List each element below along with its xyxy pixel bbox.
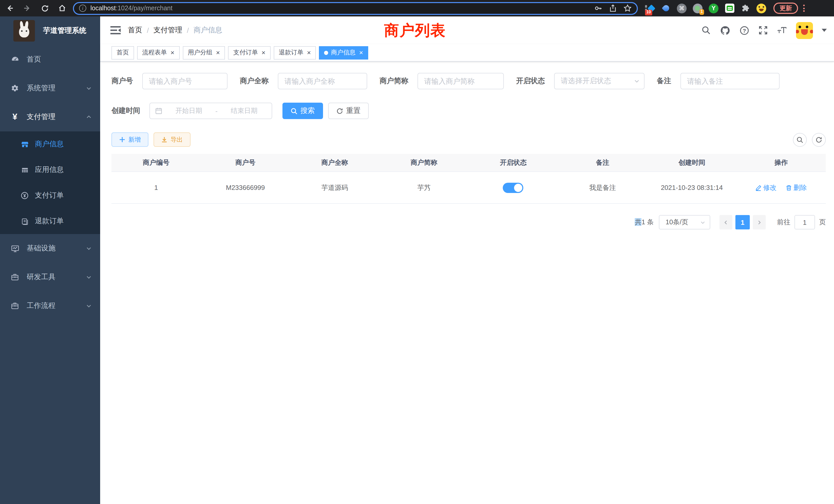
merchant-no-input[interactable] bbox=[142, 73, 227, 89]
edit-link[interactable]: 修改 bbox=[755, 183, 776, 192]
reset-button[interactable]: 重置 bbox=[328, 102, 369, 119]
sidebar-item-label: 支付订单 bbox=[35, 191, 92, 200]
chevron-up-icon bbox=[86, 114, 92, 120]
page-size-select[interactable]: 10条/页 bbox=[659, 215, 710, 229]
tab-merchant-info[interactable]: 商户信息× bbox=[319, 46, 368, 59]
search-icon bbox=[796, 136, 803, 143]
goto-page-input[interactable] bbox=[794, 215, 815, 229]
prev-page-button[interactable] bbox=[720, 215, 732, 229]
remark-input[interactable] bbox=[680, 73, 780, 89]
payment-submenu: 商户信息 应用信息 支付订单 bbox=[0, 131, 100, 234]
download-icon bbox=[161, 137, 168, 143]
briefcase-icon bbox=[10, 301, 20, 311]
hamburger-icon[interactable] bbox=[110, 26, 121, 35]
browser-forward-icon[interactable] bbox=[23, 4, 32, 13]
short-name-input[interactable] bbox=[418, 73, 504, 89]
next-page-button[interactable] bbox=[753, 215, 766, 229]
sidebar-item-dev-tools[interactable]: 研发工具 bbox=[0, 263, 100, 292]
full-name-input[interactable] bbox=[278, 73, 367, 89]
yen-circle-icon bbox=[21, 191, 29, 200]
pagination-total: 共1 条 bbox=[635, 217, 654, 227]
bookmark-star-icon[interactable] bbox=[623, 4, 632, 12]
sidebar-item-workflow[interactable]: 工作流程 bbox=[0, 292, 100, 320]
search-button[interactable]: 搜索 bbox=[282, 102, 323, 119]
export-button[interactable]: 导出 bbox=[154, 132, 191, 147]
goto-suffix: 页 bbox=[819, 217, 826, 227]
close-icon[interactable]: × bbox=[216, 49, 220, 56]
sidebar-item-app-info[interactable]: 应用信息 bbox=[0, 157, 100, 183]
delete-link[interactable]: 删除 bbox=[786, 183, 807, 192]
extension-pin-icon[interactable] bbox=[661, 3, 671, 13]
app-title: 芋道管理系统 bbox=[43, 26, 86, 36]
header-search-icon[interactable] bbox=[701, 25, 711, 36]
close-icon[interactable]: × bbox=[307, 49, 311, 56]
close-icon[interactable]: × bbox=[261, 49, 265, 56]
browser-back-icon[interactable] bbox=[5, 4, 14, 13]
browser-menu-icon[interactable] bbox=[803, 5, 805, 12]
chevron-right-icon bbox=[756, 220, 762, 225]
chevron-down-icon bbox=[86, 303, 92, 309]
close-icon[interactable]: × bbox=[359, 49, 363, 56]
sidebar-logo[interactable]: 芋道管理系统 bbox=[0, 17, 100, 45]
tab-pay-order[interactable]: 支付订单× bbox=[228, 46, 270, 59]
cell-create-time: 2021-10-23 08:31:14 bbox=[647, 172, 737, 203]
extension-y-icon[interactable]: Y bbox=[709, 3, 719, 13]
tab-refund-order[interactable]: 退款订单× bbox=[274, 46, 316, 59]
user-avatar[interactable] bbox=[796, 22, 813, 39]
fullscreen-icon[interactable] bbox=[758, 25, 768, 36]
sidebar-item-payment[interactable]: ¥ 支付管理 bbox=[0, 102, 100, 131]
search-icon bbox=[291, 108, 297, 114]
status-select[interactable]: 请选择开启状态 bbox=[554, 73, 644, 89]
show-search-toggle-button[interactable] bbox=[793, 133, 807, 146]
address-bar[interactable]: i localhost:1024/pay/merchant bbox=[73, 2, 638, 15]
create-time-range-picker[interactable]: 开始日期 - 结束日期 bbox=[150, 102, 272, 119]
help-icon[interactable]: ? bbox=[739, 25, 749, 36]
merchant-no-label: 商户号 bbox=[111, 76, 133, 86]
table-header-row: 商户编号 商户号 商户全称 商户简称 开启状态 备注 创建时间 操作 bbox=[111, 154, 826, 172]
status-toggle[interactable] bbox=[503, 182, 524, 193]
date-separator: - bbox=[215, 107, 218, 115]
gear-icon bbox=[10, 84, 20, 93]
breadcrumb-home[interactable]: 首页 bbox=[128, 26, 142, 35]
sidebar-item-home[interactable]: 首页 bbox=[0, 45, 100, 74]
breadcrumb: 首页 / 支付管理 / 商户信息 bbox=[128, 26, 222, 35]
extension-status-icon[interactable]: 1 bbox=[693, 3, 703, 13]
page-content: 商户号 商户全称 商户简称 开启状态 请选择开启状态 bbox=[100, 62, 834, 229]
url-text: localhost:1024/pay/merchant bbox=[90, 5, 594, 12]
tab-user-group[interactable]: 用户分组× bbox=[182, 46, 225, 59]
browser-home-icon[interactable] bbox=[58, 4, 67, 13]
sidebar-item-merchant-info[interactable]: 商户信息 bbox=[0, 131, 100, 157]
add-button[interactable]: 新增 bbox=[111, 132, 148, 147]
extension-command-icon[interactable]: ⌘ bbox=[677, 3, 687, 13]
cell-merchant-index: 1 bbox=[111, 172, 201, 203]
avatar-caret-icon[interactable] bbox=[822, 29, 827, 32]
password-key-icon[interactable] bbox=[594, 4, 602, 12]
refresh-table-button[interactable] bbox=[812, 133, 826, 146]
browser-chrome: i localhost:1024/pay/merchant 10 bbox=[0, 0, 834, 17]
extension-emoji-icon[interactable] bbox=[756, 3, 766, 13]
breadcrumb-payment[interactable]: 支付管理 bbox=[154, 26, 182, 35]
sidebar-item-refund-order[interactable]: 退款订单 bbox=[0, 208, 100, 234]
browser-update-button[interactable]: 更新 bbox=[773, 3, 798, 14]
calendar-icon bbox=[155, 107, 162, 114]
tab-home[interactable]: 首页 bbox=[111, 46, 134, 59]
text-size-icon[interactable] bbox=[777, 25, 787, 36]
site-info-icon[interactable]: i bbox=[79, 5, 86, 12]
sidebar-item-infra[interactable]: 基础设施 bbox=[0, 234, 100, 263]
tab-process-form[interactable]: 流程表单× bbox=[137, 46, 179, 59]
breadcrumb-separator: / bbox=[187, 26, 189, 35]
github-icon[interactable] bbox=[720, 25, 730, 36]
dashboard-icon bbox=[10, 55, 20, 64]
extension-doc-icon[interactable] bbox=[725, 3, 734, 13]
extension-pager-icon[interactable]: 10 bbox=[645, 3, 655, 13]
chevron-left-icon bbox=[723, 220, 729, 225]
top-navbar: 首页 / 支付管理 / 商户信息 ? bbox=[100, 17, 834, 44]
page-number-1[interactable]: 1 bbox=[736, 215, 750, 229]
close-icon[interactable]: × bbox=[171, 49, 174, 56]
share-icon[interactable] bbox=[609, 4, 617, 12]
col-header-remark: 备注 bbox=[558, 154, 647, 171]
browser-reload-icon[interactable] bbox=[40, 4, 49, 13]
sidebar-item-system[interactable]: 系统管理 bbox=[0, 74, 100, 102]
sidebar-item-pay-order[interactable]: 支付订单 bbox=[0, 183, 100, 208]
extensions-puzzle-icon[interactable] bbox=[741, 3, 750, 13]
